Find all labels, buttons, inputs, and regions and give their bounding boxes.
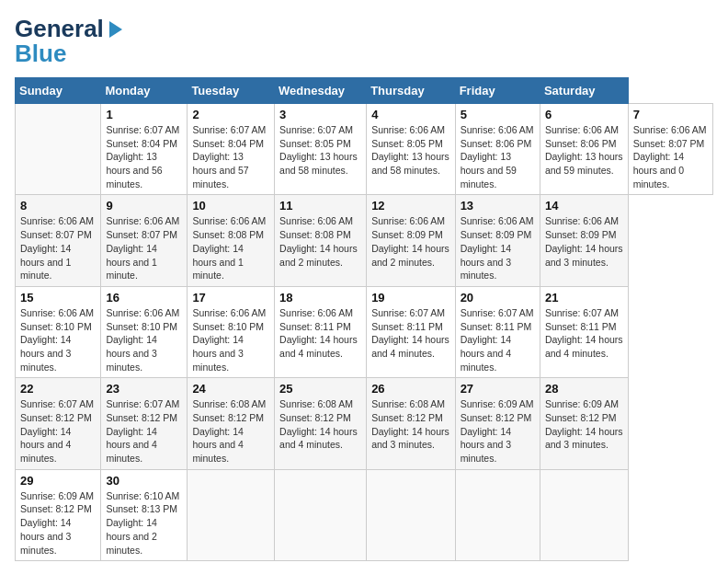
calendar-week-row: 1Sunrise: 6:07 AMSunset: 8:04 PMDaylight…	[16, 104, 713, 195]
day-number: 15	[20, 291, 96, 304]
day-number: 25	[279, 382, 361, 396]
logo: General Blue	[15, 15, 126, 68]
day-info: Sunrise: 6:06 AMSunset: 8:07 PMDaylight:…	[106, 214, 182, 282]
calendar-cell	[367, 469, 455, 560]
day-info: Sunrise: 6:06 AMSunset: 8:09 PMDaylight:…	[371, 214, 449, 269]
page-header: General Blue	[15, 15, 713, 68]
calendar-cell: 20Sunrise: 6:07 AMSunset: 8:11 PMDayligh…	[455, 286, 540, 377]
calendar-cell: 11Sunrise: 6:06 AMSunset: 8:08 PMDayligh…	[275, 195, 367, 286]
day-number: 8	[20, 199, 96, 213]
calendar-cell: 10Sunrise: 6:06 AMSunset: 8:08 PMDayligh…	[188, 195, 275, 286]
day-number: 11	[279, 199, 361, 213]
day-number: 18	[279, 291, 361, 304]
calendar-cell: 30Sunrise: 6:10 AMSunset: 8:13 PMDayligh…	[101, 469, 188, 560]
day-info: Sunrise: 6:06 AMSunset: 8:11 PMDaylight:…	[279, 306, 361, 361]
day-info: Sunrise: 6:09 AMSunset: 8:12 PMDaylight:…	[545, 397, 623, 452]
calendar-cell: 2Sunrise: 6:07 AMSunset: 8:04 PMDaylight…	[188, 104, 275, 195]
day-number: 5	[461, 108, 535, 121]
weekday-header: Thursday	[367, 78, 455, 104]
day-number: 27	[461, 382, 535, 396]
day-info: Sunrise: 6:07 AMSunset: 8:12 PMDaylight:…	[106, 397, 182, 465]
day-info: Sunrise: 6:06 AMSunset: 8:10 PMDaylight:…	[192, 306, 269, 373]
day-info: Sunrise: 6:07 AMSunset: 8:05 PMDaylight:…	[279, 123, 361, 178]
calendar-table: SundayMondayTuesdayWednesdayThursdayFrid…	[15, 77, 713, 561]
weekday-header: Saturday	[540, 78, 628, 104]
calendar-cell: 8Sunrise: 6:06 AMSunset: 8:07 PMDaylight…	[16, 195, 101, 286]
calendar-cell: 19Sunrise: 6:07 AMSunset: 8:11 PMDayligh…	[367, 286, 455, 377]
day-info: Sunrise: 6:07 AMSunset: 8:12 PMDaylight:…	[20, 397, 96, 465]
day-number: 24	[192, 382, 269, 396]
day-info: Sunrise: 6:06 AMSunset: 8:09 PMDaylight:…	[545, 214, 623, 269]
calendar-cell: 16Sunrise: 6:06 AMSunset: 8:10 PMDayligh…	[101, 286, 188, 377]
day-info: Sunrise: 6:08 AMSunset: 8:12 PMDaylight:…	[371, 397, 449, 452]
day-info: Sunrise: 6:06 AMSunset: 8:08 PMDaylight:…	[192, 214, 269, 282]
day-info: Sunrise: 6:09 AMSunset: 8:12 PMDaylight:…	[20, 489, 96, 557]
calendar-cell: 1Sunrise: 6:07 AMSunset: 8:04 PMDaylight…	[101, 104, 188, 195]
day-number: 30	[106, 474, 182, 488]
day-info: Sunrise: 6:08 AMSunset: 8:12 PMDaylight:…	[192, 397, 269, 465]
calendar-cell: 22Sunrise: 6:07 AMSunset: 8:12 PMDayligh…	[16, 378, 101, 469]
calendar-cell	[455, 469, 540, 560]
day-number: 12	[371, 199, 449, 213]
day-number: 29	[20, 474, 96, 488]
day-info: Sunrise: 6:06 AMSunset: 8:07 PMDaylight:…	[20, 214, 96, 282]
day-number: 22	[20, 382, 96, 396]
calendar-cell: 5Sunrise: 6:06 AMSunset: 8:06 PMDaylight…	[455, 104, 540, 195]
calendar-cell: 21Sunrise: 6:07 AMSunset: 8:11 PMDayligh…	[540, 286, 628, 377]
calendar-cell: 6Sunrise: 6:06 AMSunset: 8:06 PMDaylight…	[540, 104, 628, 195]
calendar-cell: 14Sunrise: 6:06 AMSunset: 8:09 PMDayligh…	[540, 195, 628, 286]
day-number: 23	[106, 382, 182, 396]
weekday-header: Sunday	[16, 78, 101, 104]
calendar-header-row: SundayMondayTuesdayWednesdayThursdayFrid…	[16, 78, 713, 104]
day-number: 20	[461, 291, 535, 304]
calendar-cell: 17Sunrise: 6:06 AMSunset: 8:10 PMDayligh…	[188, 286, 275, 377]
calendar-cell: 24Sunrise: 6:08 AMSunset: 8:12 PMDayligh…	[188, 378, 275, 469]
day-number: 26	[371, 382, 449, 396]
calendar-cell: 27Sunrise: 6:09 AMSunset: 8:12 PMDayligh…	[455, 378, 540, 469]
calendar-cell: 23Sunrise: 6:07 AMSunset: 8:12 PMDayligh…	[101, 378, 188, 469]
day-info: Sunrise: 6:06 AMSunset: 8:09 PMDaylight:…	[461, 214, 535, 282]
day-info: Sunrise: 6:07 AMSunset: 8:11 PMDaylight:…	[371, 306, 449, 361]
weekday-header: Tuesday	[188, 78, 275, 104]
calendar-week-row: 15Sunrise: 6:06 AMSunset: 8:10 PMDayligh…	[16, 286, 713, 377]
logo-arrow-icon	[106, 19, 126, 40]
calendar-week-row: 8Sunrise: 6:06 AMSunset: 8:07 PMDaylight…	[16, 195, 713, 286]
svg-marker-0	[109, 21, 122, 38]
day-number: 16	[106, 291, 182, 304]
day-info: Sunrise: 6:06 AMSunset: 8:10 PMDaylight:…	[20, 306, 96, 373]
day-number: 9	[106, 199, 182, 213]
calendar-cell: 29Sunrise: 6:09 AMSunset: 8:12 PMDayligh…	[16, 469, 101, 560]
calendar-week-row: 29Sunrise: 6:09 AMSunset: 8:12 PMDayligh…	[16, 469, 713, 560]
calendar-week-row: 22Sunrise: 6:07 AMSunset: 8:12 PMDayligh…	[16, 378, 713, 469]
calendar-cell: 15Sunrise: 6:06 AMSunset: 8:10 PMDayligh…	[16, 286, 101, 377]
day-info: Sunrise: 6:07 AMSunset: 8:11 PMDaylight:…	[461, 306, 535, 373]
calendar-cell: 28Sunrise: 6:09 AMSunset: 8:12 PMDayligh…	[540, 378, 628, 469]
day-number: 1	[106, 108, 182, 121]
calendar-cell: 13Sunrise: 6:06 AMSunset: 8:09 PMDayligh…	[455, 195, 540, 286]
day-number: 6	[545, 108, 623, 121]
day-info: Sunrise: 6:07 AMSunset: 8:04 PMDaylight:…	[192, 123, 269, 190]
calendar-cell: 12Sunrise: 6:06 AMSunset: 8:09 PMDayligh…	[367, 195, 455, 286]
day-info: Sunrise: 6:06 AMSunset: 8:06 PMDaylight:…	[461, 123, 535, 190]
weekday-header: Friday	[455, 78, 540, 104]
calendar-cell	[540, 469, 628, 560]
day-number: 4	[371, 108, 449, 121]
calendar-cell	[16, 104, 101, 195]
day-info: Sunrise: 6:07 AMSunset: 8:11 PMDaylight:…	[545, 306, 623, 361]
calendar-cell: 3Sunrise: 6:07 AMSunset: 8:05 PMDaylight…	[275, 104, 367, 195]
day-info: Sunrise: 6:08 AMSunset: 8:12 PMDaylight:…	[279, 397, 361, 452]
weekday-header: Wednesday	[275, 78, 367, 104]
calendar-cell: 25Sunrise: 6:08 AMSunset: 8:12 PMDayligh…	[275, 378, 367, 469]
day-number: 19	[371, 291, 449, 304]
day-info: Sunrise: 6:09 AMSunset: 8:12 PMDaylight:…	[461, 397, 535, 465]
calendar-cell: 26Sunrise: 6:08 AMSunset: 8:12 PMDayligh…	[367, 378, 455, 469]
day-number: 14	[545, 199, 623, 213]
day-number: 7	[633, 108, 708, 121]
day-number: 21	[545, 291, 623, 304]
calendar-cell	[275, 469, 367, 560]
weekday-header: Monday	[101, 78, 188, 104]
day-number: 2	[192, 108, 269, 121]
day-info: Sunrise: 6:10 AMSunset: 8:13 PMDaylight:…	[106, 489, 182, 557]
day-number: 13	[461, 199, 535, 213]
calendar-cell: 18Sunrise: 6:06 AMSunset: 8:11 PMDayligh…	[275, 286, 367, 377]
